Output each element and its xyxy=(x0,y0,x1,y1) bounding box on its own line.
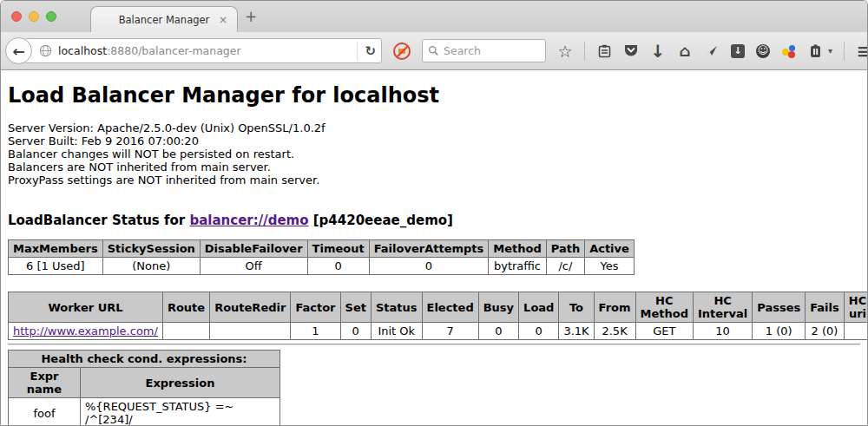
col-fails: Fails xyxy=(806,292,845,323)
downloads-icon[interactable]: ↓ xyxy=(650,43,666,59)
col-factor: Factor xyxy=(291,292,340,323)
col-hc-method: HC Method xyxy=(635,292,693,323)
balancers-inherit-line: Balancers are NOT inherited from main se… xyxy=(8,161,860,174)
url-domain: localhost xyxy=(58,44,107,57)
cell-maxmembers: 6 [1 Used] xyxy=(9,258,103,275)
cell-busy: 0 xyxy=(478,323,518,340)
menu-hamburger-icon[interactable]: ≡ xyxy=(856,43,868,59)
urlbar-divider xyxy=(357,43,358,60)
balancer-demo-link[interactable]: balancer://demo xyxy=(189,213,308,228)
minimize-window-button[interactable] xyxy=(29,11,39,22)
cell-from: 2.5K xyxy=(594,323,635,340)
worker-data-row: http://www.example.com/ 1 0 Init Ok 7 0 … xyxy=(9,323,868,340)
url-bar[interactable]: localhost:8880/balancer-manager ↻ xyxy=(24,38,382,63)
server-version-line: Server Version: Apache/2.5.0-dev (Unix) … xyxy=(8,121,860,134)
page-content: Load Balancer Manager for localhost Serv… xyxy=(1,70,867,426)
battery-extension-icon[interactable] xyxy=(807,44,823,58)
col-path: Path xyxy=(546,240,584,258)
loadbalancer-status-heading: LoadBalancer Status for balancer://demo … xyxy=(8,213,860,228)
tab-close-icon[interactable]: × xyxy=(219,14,227,26)
cell-status: Init Ok xyxy=(371,323,422,340)
health-check-table: Health check cond. expressions: Expr nam… xyxy=(8,350,280,426)
cell-hc-uri xyxy=(844,323,867,340)
col-method: Method xyxy=(489,240,546,258)
col-stickysession: StickySession xyxy=(102,240,200,258)
col-to: To xyxy=(559,292,594,323)
home-icon[interactable]: ⌂ xyxy=(677,43,693,59)
health-header-row: Expr name Expression xyxy=(9,368,280,398)
cell-factor: 1 xyxy=(291,323,340,340)
cell-route xyxy=(162,323,209,340)
worker-header-row: Worker URL Route RouteRedir Factor Set S… xyxy=(9,292,868,323)
bookmark-star-icon[interactable]: ☆ xyxy=(557,43,573,59)
url-text: localhost:8880/balancer-manager xyxy=(58,44,350,57)
col-busy: Busy xyxy=(478,292,518,323)
persist-warning-line: Balancer changes will NOT be persisted o… xyxy=(8,147,860,161)
cell-method: bytraffic xyxy=(489,258,546,275)
col-elected: Elected xyxy=(422,292,478,323)
send-tab-icon[interactable] xyxy=(704,44,720,58)
pocket-icon[interactable] xyxy=(623,44,639,57)
back-button[interactable]: ← xyxy=(5,37,32,64)
cell-routeredir xyxy=(210,323,291,340)
col-maxmembers: MaxMembers xyxy=(9,240,103,258)
cell-path: /c/ xyxy=(546,258,584,275)
worker-table: Worker URL Route RouteRedir Factor Set S… xyxy=(8,292,867,340)
cell-worker-url: http://www.example.com/ xyxy=(9,323,163,340)
server-built-line: Server Built: Feb 9 2016 07:00:20 xyxy=(8,134,860,147)
worker-url-link[interactable]: http://www.example.com/ xyxy=(13,324,158,338)
cell-failoverattempts: 0 xyxy=(369,258,489,275)
close-window-button[interactable] xyxy=(11,11,22,22)
status-prefix: LoadBalancer Status for xyxy=(8,213,189,228)
col-worker-url: Worker URL xyxy=(9,292,163,323)
search-icon xyxy=(428,45,439,56)
globe-icon xyxy=(39,44,52,57)
cell-hc-method: GET xyxy=(635,323,693,340)
toolbar-divider xyxy=(584,42,585,61)
col-expr-name: Expr name xyxy=(9,368,81,398)
server-info: Server Version: Apache/2.5.0-dev (Unix) … xyxy=(8,121,860,187)
cell-set: 0 xyxy=(340,323,371,340)
cell-stickysession: (None) xyxy=(102,258,200,275)
col-set: Set xyxy=(340,292,371,323)
status-suffix: [p4420eeae_demo] xyxy=(309,213,453,228)
tab-balancer-manager[interactable]: Balancer Manager × xyxy=(90,6,238,32)
cell-elected: 7 xyxy=(422,323,478,340)
balancer-data-row: 6 [1 Used] (None) Off 0 0 bytraffic /c/ … xyxy=(9,258,635,275)
col-passes: Passes xyxy=(753,292,806,323)
col-expression: Expression xyxy=(81,368,280,398)
bookmarks-clipboard-icon[interactable] xyxy=(596,44,612,58)
new-tab-button[interactable]: + xyxy=(245,8,257,25)
cell-fails: 2 (0) xyxy=(806,323,845,340)
cell-active: Yes xyxy=(585,258,635,275)
url-path: :8880/balancer-manager xyxy=(107,44,240,57)
colored-dots-extension-icon[interactable] xyxy=(781,44,796,58)
cell-passes: 1 (0) xyxy=(753,323,806,340)
traffic-lights xyxy=(11,11,56,22)
col-hc-interval: HC Interval xyxy=(693,292,752,323)
cell-expr-name-foof: foof xyxy=(9,398,81,426)
flashblock-icon[interactable] xyxy=(393,43,411,60)
toolbar-icons: ☆ ↓ ⌂ xyxy=(557,42,868,61)
health-table-title: Health check cond. expressions: xyxy=(9,351,280,368)
zoom-window-button[interactable] xyxy=(46,11,56,22)
proxypass-inherit-line: ProxyPass settings are NOT inherited fro… xyxy=(8,174,860,187)
search-input[interactable] xyxy=(444,44,530,57)
balancer-params-table: MaxMembers StickySession DisableFailover… xyxy=(8,239,635,275)
flash-slash-shape xyxy=(394,43,410,59)
cell-disablefailover: Off xyxy=(200,258,307,275)
feedback-smiley-icon[interactable]: ☺ xyxy=(756,44,770,58)
cell-expression-foof: %{REQUEST_STATUS} =~ /^[234]/ xyxy=(81,398,280,426)
overflow-caret-icon[interactable]: ▾ xyxy=(828,46,832,56)
video-download-icon[interactable]: ↓ xyxy=(731,44,745,58)
col-hc-uri: HC uri xyxy=(844,292,867,323)
search-bar xyxy=(422,39,546,62)
col-load: Load xyxy=(519,292,559,323)
reload-button[interactable]: ↻ xyxy=(365,43,376,59)
health-title-row: Health check cond. expressions: xyxy=(9,351,280,368)
cell-load: 0 xyxy=(519,323,559,340)
page-title: Load Balancer Manager for localhost xyxy=(8,70,860,108)
cell-to: 3.1K xyxy=(559,323,594,340)
tab-title: Balancer Manager xyxy=(119,14,210,26)
navigation-toolbar: ← localhost:8880/balancer-manager ↻ ☆ xyxy=(1,32,867,70)
